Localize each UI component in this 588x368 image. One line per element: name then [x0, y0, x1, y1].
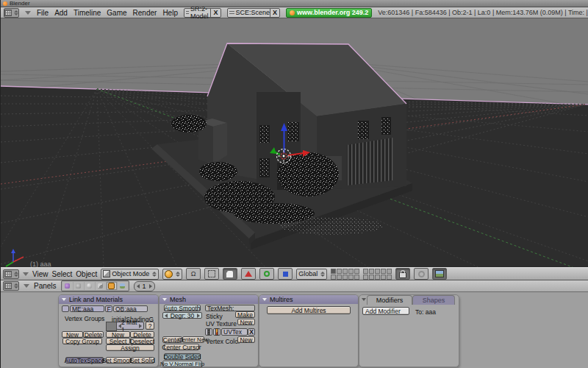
layer-toggles-group1[interactable]	[331, 269, 359, 280]
fake-user-button[interactable]: F	[105, 305, 112, 312]
pivot-rotate-button[interactable]: Ω	[186, 268, 201, 280]
screen-selector[interactable]: SR:2-Model X	[184, 8, 221, 18]
draw-type-select[interactable]	[162, 269, 182, 280]
datablock-browse-icon[interactable]	[229, 10, 234, 15]
3d-viewport[interactable]: (1) aaa	[1, 18, 588, 267]
menu-help[interactable]: Help	[162, 9, 178, 17]
render-this-window-button[interactable]	[432, 268, 447, 280]
logic-context-button[interactable]	[62, 282, 73, 290]
render-preview-button[interactable]	[414, 268, 429, 280]
panel-header[interactable]: Link and Materials	[59, 295, 158, 304]
panel-collapse-icon[interactable]	[362, 298, 366, 301]
manipulator-toggle-button[interactable]	[223, 268, 237, 280]
menu-select[interactable]: Select	[52, 270, 73, 278]
editor-type-icon[interactable]	[4, 8, 19, 18]
degr-decrement-icon[interactable]	[165, 314, 168, 318]
screen-close-button[interactable]: X	[210, 9, 220, 17]
mesh-name-field[interactable]: ME:aaa	[70, 305, 104, 312]
panels-menu[interactable]: Panels	[34, 282, 57, 290]
main-menu-bar: File Add Timeline Game Render Help SR:2-…	[1, 7, 588, 18]
panel-collapse-icon[interactable]	[262, 298, 267, 301]
viewport-editor-type-icon[interactable]	[3, 269, 19, 279]
editing-context-button[interactable]	[107, 282, 117, 290]
screen-name[interactable]: SR:2-Model	[190, 5, 210, 20]
no-vnormal-flip-toggle[interactable]: No V.Normal Flip	[162, 361, 202, 367]
vertex-groups-label: Vertex Groups	[65, 315, 104, 322]
add-multires-button[interactable]: Add Multires	[267, 306, 351, 314]
object-mode-icon	[103, 270, 110, 277]
object-context-button[interactable]	[96, 282, 106, 290]
menu-game[interactable]: Game	[107, 9, 126, 17]
scene-context-button[interactable]	[118, 282, 128, 290]
material-stepper[interactable]: 2 Mat 1	[116, 322, 144, 330]
menu-render[interactable]: Render	[133, 9, 157, 17]
uv-grid-icon	[207, 329, 210, 335]
frame-number-field[interactable]: 1	[134, 281, 155, 291]
tab-shapes[interactable]: Shapes	[412, 295, 455, 305]
double-sided-toggle[interactable]: Double Sided	[164, 353, 201, 360]
uv-image-button[interactable]	[213, 328, 220, 336]
auto-smooth-toggle[interactable]: Auto Smooth	[164, 305, 201, 311]
snap-proportional-button[interactable]	[204, 268, 219, 280]
buttons-collapse-menus-icon[interactable]	[24, 284, 29, 288]
uvtex-name-field[interactable]: UVTex	[221, 328, 248, 336]
lock-layers-button[interactable]	[395, 268, 410, 280]
blender-logo-icon	[290, 10, 295, 15]
vcol-new-button[interactable]: New	[237, 336, 255, 343]
center-cursor-button[interactable]: Center Cursor	[164, 344, 199, 350]
shading-context-button[interactable]	[85, 282, 95, 290]
window-title: Blender	[10, 0, 30, 7]
panel-header[interactable]: Mesh	[159, 295, 258, 304]
panel-collapse-icon[interactable]	[162, 298, 167, 301]
manipulator-scale-button[interactable]	[278, 268, 293, 280]
mode-select[interactable]: Object Mode	[101, 269, 159, 280]
script-context-button[interactable]	[74, 282, 84, 290]
assign-button[interactable]: Assign	[106, 344, 154, 351]
scene-close-button[interactable]: X	[270, 9, 279, 17]
material-help-button[interactable]: ?	[146, 322, 154, 330]
center-new-button[interactable]: Center New	[182, 336, 204, 343]
buttons-editor-type-icon[interactable]	[3, 281, 19, 291]
material-next-icon[interactable]	[139, 324, 142, 328]
frame-decrement-icon[interactable]	[137, 284, 140, 289]
panel-title: Link and Materials	[69, 296, 123, 303]
manipulator-translate-button[interactable]	[241, 268, 256, 280]
menu-object[interactable]: Object	[76, 270, 97, 278]
panel-header[interactable]: Multires	[259, 295, 358, 304]
uv-grid-button[interactable]	[205, 328, 212, 336]
image-icon	[435, 270, 444, 277]
copy-group-button[interactable]: Copy Group	[62, 338, 102, 344]
panel-collapse-icon[interactable]	[62, 298, 66, 301]
viewport-collapse-menus-icon[interactable]	[23, 272, 29, 276]
editing-icon	[108, 283, 115, 289]
scene-name[interactable]: SCE:Scene	[236, 9, 270, 16]
menu-view[interactable]: View	[32, 270, 49, 278]
degr-stepper[interactable]: Degr: 30	[162, 312, 202, 319]
collapse-menus-icon[interactable]	[25, 11, 31, 15]
object-name-field[interactable]: OB:aaa	[113, 305, 148, 312]
frame-increment-icon[interactable]	[149, 284, 152, 289]
rotate-icon	[264, 271, 270, 277]
datablock-browse-icon[interactable]	[186, 10, 189, 15]
orientation-select[interactable]: Global	[296, 269, 327, 280]
uv-texture-label: UV Texture	[206, 320, 237, 328]
tab-modifiers[interactable]: Modifiers	[367, 295, 412, 305]
viewport-header: View Select Object Object Mode Ω Global	[1, 267, 588, 280]
autotexspace-toggle[interactable]: AutoTexSpace	[65, 357, 104, 364]
layer-toggles-group2[interactable]	[363, 269, 392, 280]
add-modifier-button[interactable]: Add Modifier	[362, 307, 409, 315]
uvtex-delete-button[interactable]: X	[248, 328, 255, 336]
mesh-browse-button[interactable]	[62, 305, 69, 312]
degr-increment-icon[interactable]	[197, 314, 200, 318]
set-solid-button[interactable]: Set Solid	[131, 357, 154, 364]
menu-file[interactable]: File	[37, 9, 49, 17]
material-color-swatch[interactable]	[106, 322, 117, 331]
scene-selector[interactable]: SCE:Scene X	[227, 8, 281, 18]
sticky-make-button[interactable]: Make	[235, 311, 255, 318]
manipulator-rotate-button[interactable]	[259, 268, 274, 280]
lock-icon	[399, 272, 406, 278]
uv-new-button[interactable]: New	[237, 319, 255, 325]
menu-timeline[interactable]: Timeline	[74, 9, 101, 17]
set-smooth-button[interactable]: Set Smooth	[106, 357, 131, 364]
menu-add[interactable]: Add	[54, 9, 68, 17]
